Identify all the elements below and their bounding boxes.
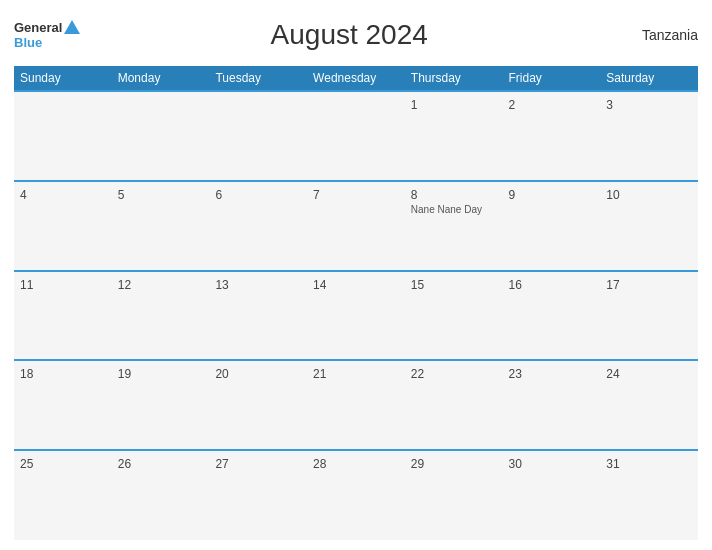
weekday-header-row: Sunday Monday Tuesday Wednesday Thursday…	[14, 66, 698, 91]
country-label: Tanzania	[618, 27, 698, 43]
calendar-cell: 5	[112, 181, 210, 271]
calendar-cell: 23	[503, 360, 601, 450]
calendar-cell	[209, 91, 307, 181]
day-number: 20	[215, 367, 301, 381]
calendar-cell: 2	[503, 91, 601, 181]
day-number: 23	[509, 367, 595, 381]
calendar-cell: 11	[14, 271, 112, 361]
calendar-cell: 27	[209, 450, 307, 540]
calendar-cell: 26	[112, 450, 210, 540]
calendar-week-row: 45678Nane Nane Day910	[14, 181, 698, 271]
calendar-cell: 13	[209, 271, 307, 361]
header-thursday: Thursday	[405, 66, 503, 91]
calendar-title: August 2024	[80, 19, 618, 51]
day-number: 18	[20, 367, 106, 381]
calendar-cell: 31	[600, 450, 698, 540]
calendar-week-row: 25262728293031	[14, 450, 698, 540]
calendar-cell: 25	[14, 450, 112, 540]
header-sunday: Sunday	[14, 66, 112, 91]
day-number: 15	[411, 278, 497, 292]
calendar-cell: 17	[600, 271, 698, 361]
calendar-week-row: 123	[14, 91, 698, 181]
day-number: 3	[606, 98, 692, 112]
day-number: 9	[509, 188, 595, 202]
day-number: 5	[118, 188, 204, 202]
calendar-cell: 28	[307, 450, 405, 540]
day-number: 28	[313, 457, 399, 471]
calendar-cell: 15	[405, 271, 503, 361]
logo-general: General	[14, 20, 80, 35]
calendar-table: Sunday Monday Tuesday Wednesday Thursday…	[14, 66, 698, 540]
calendar-cell	[14, 91, 112, 181]
logo-general-text: General	[14, 20, 62, 35]
calendar-cell: 20	[209, 360, 307, 450]
day-number: 10	[606, 188, 692, 202]
calendar-header: General Blue August 2024 Tanzania	[14, 10, 698, 60]
day-number: 12	[118, 278, 204, 292]
day-number: 19	[118, 367, 204, 381]
header-saturday: Saturday	[600, 66, 698, 91]
calendar-cell	[307, 91, 405, 181]
calendar-cell: 8Nane Nane Day	[405, 181, 503, 271]
calendar-cell: 10	[600, 181, 698, 271]
calendar-week-row: 11121314151617	[14, 271, 698, 361]
calendar-cell: 12	[112, 271, 210, 361]
day-number: 11	[20, 278, 106, 292]
day-number: 1	[411, 98, 497, 112]
day-number: 21	[313, 367, 399, 381]
calendar-cell: 18	[14, 360, 112, 450]
calendar-week-row: 18192021222324	[14, 360, 698, 450]
calendar-cell: 29	[405, 450, 503, 540]
day-number: 17	[606, 278, 692, 292]
logo-triangle-icon	[64, 20, 80, 34]
day-number: 24	[606, 367, 692, 381]
day-number: 25	[20, 457, 106, 471]
header-friday: Friday	[503, 66, 601, 91]
day-number: 13	[215, 278, 301, 292]
day-number: 22	[411, 367, 497, 381]
calendar-cell	[112, 91, 210, 181]
calendar-cell: 16	[503, 271, 601, 361]
calendar-cell: 7	[307, 181, 405, 271]
day-number: 16	[509, 278, 595, 292]
calendar-cell: 30	[503, 450, 601, 540]
day-number: 26	[118, 457, 204, 471]
header-monday: Monday	[112, 66, 210, 91]
calendar-cell: 3	[600, 91, 698, 181]
day-number: 30	[509, 457, 595, 471]
day-number: 6	[215, 188, 301, 202]
calendar-cell: 9	[503, 181, 601, 271]
calendar-cell: 4	[14, 181, 112, 271]
calendar-cell: 1	[405, 91, 503, 181]
calendar-cell: 14	[307, 271, 405, 361]
calendar-cell: 21	[307, 360, 405, 450]
calendar-page: General Blue August 2024 Tanzania Sunday…	[0, 0, 712, 550]
day-number: 4	[20, 188, 106, 202]
calendar-cell: 24	[600, 360, 698, 450]
day-number: 29	[411, 457, 497, 471]
calendar-cell: 22	[405, 360, 503, 450]
day-number: 8	[411, 188, 497, 202]
day-number: 14	[313, 278, 399, 292]
day-number: 2	[509, 98, 595, 112]
logo-blue-text: Blue	[14, 35, 42, 50]
logo: General Blue	[14, 20, 80, 50]
day-number: 7	[313, 188, 399, 202]
calendar-cell: 19	[112, 360, 210, 450]
calendar-cell: 6	[209, 181, 307, 271]
day-number: 31	[606, 457, 692, 471]
header-tuesday: Tuesday	[209, 66, 307, 91]
holiday-label: Nane Nane Day	[411, 204, 497, 215]
header-wednesday: Wednesday	[307, 66, 405, 91]
day-number: 27	[215, 457, 301, 471]
